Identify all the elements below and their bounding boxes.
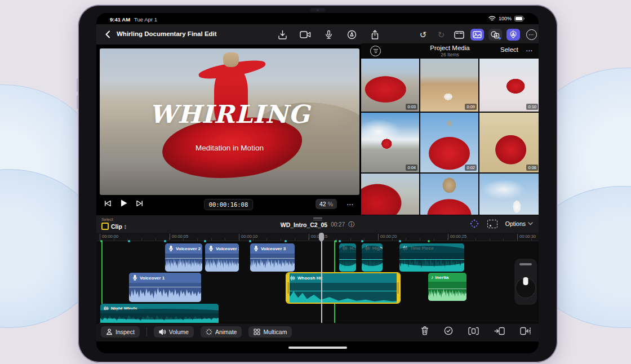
marker-dot — [428, 240, 430, 242]
video-viewer[interactable]: WHIRLING Meditation in Motion — [100, 48, 359, 195]
home-indicator[interactable] — [288, 347, 347, 349]
project-media-panel: Project Media 26 Items Select ⋯ 0:03 0:0… — [361, 43, 539, 215]
marker-dot — [128, 240, 130, 242]
clip-label: Whoosh Hit — [297, 276, 322, 281]
more-options-icon[interactable]: ⋯ — [525, 29, 538, 41]
timecode-display[interactable]: 00:00:16:08 — [204, 199, 254, 210]
battery-percent: 100% — [499, 16, 512, 21]
media-thumbnail[interactable]: 0:06 — [479, 113, 539, 172]
timeline-clip-voiceover3[interactable]: Voiceover 3 — [250, 243, 295, 272]
ruler-label: 00:00:25 — [448, 234, 466, 239]
clip-selector-dropdown[interactable]: Clip ▴▾ — [101, 223, 126, 230]
timeline-clip-whoosh-hit-selected[interactable]: Whoosh Hit — [286, 272, 401, 304]
jog-wheel[interactable] — [514, 259, 537, 305]
next-frame-button[interactable] — [136, 200, 143, 207]
clip-label: Voiceover 1 — [140, 276, 165, 281]
picture-in-picture-icon[interactable] — [487, 220, 497, 228]
play-button[interactable] — [119, 199, 128, 207]
animate-button[interactable]: Animate — [201, 326, 242, 338]
enhance-spark-icon[interactable] — [469, 219, 479, 229]
clip-label: Voiceover 3 — [261, 246, 286, 251]
previous-frame-button[interactable] — [104, 200, 111, 207]
append-clip-icon — [520, 327, 531, 335]
volume-button[interactable]: Volume — [154, 326, 194, 338]
inspect-icon — [106, 329, 113, 335]
share-icon[interactable] — [368, 29, 381, 41]
wifi-icon — [488, 16, 496, 21]
approve-button[interactable] — [444, 326, 453, 335]
clip-label: Inertia — [436, 275, 449, 280]
append-clip-button[interactable] — [520, 327, 531, 335]
clip-label: Voiceover 2 — [176, 246, 201, 251]
timeline[interactable]: 00:00:00 00:00:05 00:00:10 00:00:15 00:0… — [96, 233, 539, 323]
viewer-title-overlay: WHIRLING — [100, 100, 359, 128]
viewer-subtitle-overlay: Meditation in Motion — [100, 144, 359, 152]
select-button[interactable]: Select — [500, 46, 518, 53]
timeline-clip-high[interactable]: High… — [362, 243, 383, 272]
insert-clip-icon — [494, 327, 505, 335]
media-thumbnail[interactable]: 0:10 — [479, 59, 539, 112]
clip-duration-badge: 0:06 — [526, 165, 538, 171]
connect-clip-button[interactable] — [468, 327, 479, 335]
media-thumbnail[interactable]: 0:04 — [361, 113, 419, 172]
battery-icon — [514, 16, 525, 21]
clip-duration-badge: 0:03 — [406, 104, 417, 110]
selected-clip-duration: 00:27 — [331, 221, 345, 228]
bottom-toolbar: Inspect Volume Animate Multicam — [96, 323, 539, 341]
project-title: Whirling Documentary Final Edit — [117, 30, 217, 37]
voiceover-record-icon[interactable] — [506, 29, 520, 41]
select-caption: Select — [101, 217, 113, 222]
video-camera-icon[interactable] — [299, 29, 312, 41]
marker-dot — [100, 240, 103, 242]
redo-icon[interactable]: ↻ — [434, 29, 448, 41]
import-icon[interactable] — [275, 29, 289, 41]
timeline-clip-voiceover2-a[interactable]: Voiceover 2 — [165, 243, 202, 272]
zoom-level-button[interactable]: 42% — [316, 199, 337, 209]
multicam-button[interactable]: Multicam — [248, 326, 292, 338]
clip-duration-badge: 0:02 — [465, 165, 477, 171]
delete-button[interactable] — [421, 326, 429, 335]
timeline-clip-time-piece[interactable]: Time Piece — [399, 243, 464, 272]
marker-dot — [335, 240, 337, 242]
marker-dot — [285, 240, 287, 242]
media-thumbnail[interactable]: 0:03 — [361, 59, 419, 112]
marker-dot — [399, 240, 401, 242]
ruler-label: 00:00:15 — [309, 234, 327, 239]
pencil-tool-icon[interactable] — [345, 29, 358, 41]
options-button[interactable]: Options — [505, 220, 533, 227]
media-thumbnail[interactable]: 0:09 — [420, 59, 478, 112]
info-icon[interactable]: ⓘ — [348, 220, 354, 229]
media-browser-icon[interactable] — [470, 29, 484, 41]
timeline-clip-night-winds[interactable]: Night Winds — [100, 304, 219, 323]
ipad-device-frame: 9:41 AM Tue Apr 1 100% Whirling Document… — [78, 5, 558, 363]
insert-clip-button[interactable] — [494, 327, 505, 335]
front-camera — [310, 8, 325, 12]
clip-duration-badge: 0:09 — [465, 104, 477, 110]
viewer-more-icon[interactable]: ⋯ — [346, 201, 354, 208]
timeline-clip-h[interactable]: H… — [339, 243, 356, 272]
media-thumbnail[interactable]: 0:02 — [420, 113, 478, 172]
media-thumbnail[interactable] — [479, 174, 539, 215]
viewer-controls: 00:00:16:08 42% ⋯ — [96, 195, 361, 215]
app-toolbar: Whirling Documentary Final Edit ↺ ↻ ⋯ — [96, 24, 539, 45]
clip-duration-badge: 0:04 — [406, 165, 417, 171]
inspect-button[interactable]: Inspect — [101, 326, 140, 338]
trim-handle-right[interactable] — [397, 273, 399, 303]
timeline-clip-voiceover1[interactable]: Voiceover 1 — [129, 273, 201, 302]
timeline-clip-inertia[interactable]: ♪Inertia — [428, 273, 466, 301]
multicam-grid-icon — [254, 329, 260, 335]
status-bar: 9:41 AM Tue Apr 1 100% — [96, 13, 539, 24]
timeline-clip-voiceover2-b[interactable]: Voiceover 2 — [205, 243, 239, 272]
browser-panel-icon[interactable] — [452, 29, 466, 41]
ruler-label: 00:00:10 — [239, 234, 257, 239]
timeline-ruler[interactable]: 00:00:00 00:00:05 00:00:10 00:00:15 00:0… — [96, 233, 539, 241]
jog-drag-handle[interactable] — [519, 263, 532, 265]
media-thumbnail[interactable] — [420, 174, 478, 215]
microphone-icon[interactable] — [322, 29, 335, 41]
media-more-icon[interactable]: ⋯ — [526, 47, 533, 55]
effects-library-icon[interactable] — [488, 29, 502, 41]
back-button[interactable] — [103, 29, 113, 39]
undo-icon[interactable]: ↺ — [416, 29, 430, 41]
trim-handle-left[interactable] — [287, 273, 290, 303]
media-thumbnail[interactable] — [361, 174, 419, 215]
